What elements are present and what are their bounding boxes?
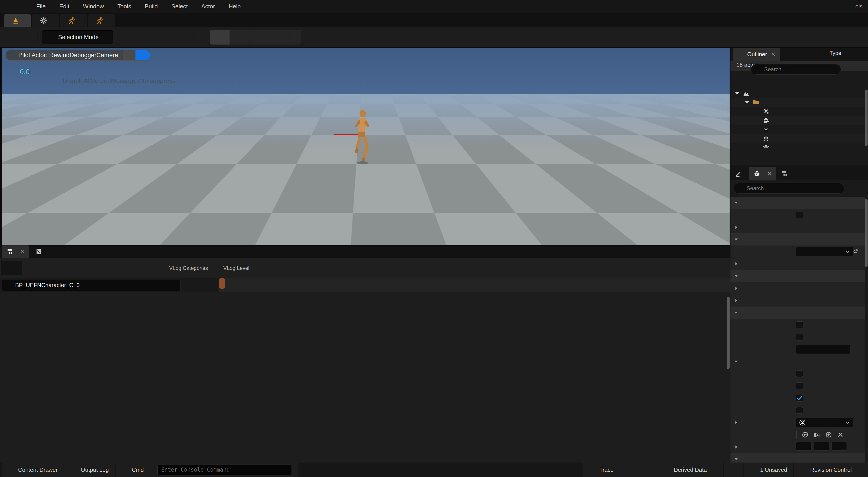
cmd-dropdown[interactable]: Cmd: [116, 463, 298, 477]
save-button[interactable]: [2, 30, 18, 44]
expander-icon[interactable]: [753, 144, 761, 151]
details-row[interactable]: [731, 258, 865, 270]
display-options-icon[interactable]: [848, 185, 856, 192]
frame-skip-button[interactable]: [230, 30, 249, 44]
step-forward-button[interactable]: [90, 262, 102, 274]
expander-icon[interactable]: [734, 274, 739, 279]
record-button[interactable]: [115, 262, 127, 274]
details-scrollbar[interactable]: [865, 199, 868, 267]
cinematics-button[interactable]: [171, 30, 196, 44]
dropdown[interactable]: [796, 247, 853, 256]
checkbox[interactable]: [796, 334, 803, 341]
play-button[interactable]: [78, 262, 90, 274]
outliner-scrollbar[interactable]: [865, 90, 868, 146]
timeline-ruler[interactable]: [219, 278, 731, 292]
outliner-settings-icon[interactable]: [858, 65, 866, 73]
vector3-input[interactable]: [796, 442, 849, 452]
expander-icon[interactable]: [734, 420, 739, 425]
selection-mode-dropdown[interactable]: Selection Mode: [42, 30, 113, 44]
outliner-row[interactable]: [731, 98, 868, 107]
chevron-down-icon[interactable]: [742, 67, 748, 72]
play-reverse-button[interactable]: [53, 262, 66, 274]
camera-view-toggle[interactable]: [135, 50, 150, 60]
expander-icon[interactable]: [734, 225, 739, 230]
expander-icon[interactable]: [734, 408, 739, 413]
details-row[interactable]: [731, 380, 865, 392]
autoeject-settings-button[interactable]: [133, 262, 146, 274]
level-viewport[interactable]: Pilot Actor: RewindDebuggerCamera 0.0 'D…: [2, 48, 730, 245]
expander-icon[interactable]: [734, 261, 739, 266]
expander-icon[interactable]: [734, 347, 739, 352]
pause-button[interactable]: [210, 30, 230, 44]
checkbox[interactable]: [796, 382, 803, 389]
record-settings-button[interactable]: [149, 262, 161, 274]
details-row[interactable]: [731, 392, 865, 405]
details-row[interactable]: [731, 441, 865, 453]
asset-tab[interactable]: [60, 14, 87, 27]
reset-to-default-icon[interactable]: [852, 249, 859, 255]
output-log-button[interactable]: Output Log: [64, 463, 115, 477]
details-row[interactable]: [731, 282, 865, 294]
trace-snapshot-icon[interactable]: [644, 466, 651, 473]
outliner-row[interactable]: [731, 134, 868, 143]
details-row[interactable]: [731, 343, 865, 356]
console-command-input[interactable]: [157, 465, 292, 475]
use-selected-icon[interactable]: [802, 431, 808, 438]
dropdown[interactable]: [796, 418, 853, 427]
browse-to-asset-icon[interactable]: [813, 431, 820, 438]
revision-control-dropdown[interactable]: Revision Control: [794, 463, 868, 477]
menu-item[interactable]: Window: [76, 3, 111, 10]
panel-tab[interactable]: ✕: [2, 245, 29, 258]
add-icon[interactable]: [825, 431, 832, 438]
checkbox[interactable]: [796, 407, 803, 414]
asset-tab[interactable]: [88, 14, 115, 27]
expander-icon[interactable]: [734, 322, 739, 327]
value-input[interactable]: [796, 345, 850, 354]
trace-dropdown[interactable]: Trace: [583, 463, 656, 477]
filter-icon[interactable]: [735, 66, 742, 73]
content-drawer-button[interactable]: Content Drawer: [2, 463, 64, 477]
outliner-row[interactable]: [731, 143, 868, 152]
details-row[interactable]: [731, 233, 865, 246]
expander-icon[interactable]: [734, 335, 739, 340]
outliner-row[interactable]: [731, 89, 868, 98]
details-row[interactable]: [731, 453, 865, 463]
add-actor-button[interactable]: [121, 30, 146, 44]
details-row[interactable]: [731, 355, 865, 368]
column-type[interactable]: Type: [827, 50, 841, 56]
playhead-handle[interactable]: [219, 278, 225, 289]
menu-item[interactable]: Build: [138, 3, 165, 10]
rewind-timeline[interactable]: [219, 292, 731, 463]
skip-to-end-button[interactable]: [102, 262, 115, 274]
close-icon[interactable]: ✕: [767, 170, 772, 177]
menu-item[interactable]: Actor: [194, 3, 222, 10]
details-row[interactable]: [731, 246, 865, 258]
checkbox[interactable]: [796, 370, 803, 377]
checkbox[interactable]: [796, 321, 803, 328]
expander-icon[interactable]: [734, 213, 739, 218]
checkbox[interactable]: [796, 395, 803, 402]
expander-icon[interactable]: [734, 457, 739, 462]
pause-button[interactable]: [66, 262, 78, 274]
details-row[interactable]: [731, 368, 865, 380]
details-tab[interactable]: ✕: [749, 167, 776, 181]
new-folder-icon[interactable]: [845, 65, 854, 73]
expander-icon[interactable]: [734, 371, 739, 376]
expander-icon[interactable]: [734, 200, 739, 205]
outliner-row[interactable]: [731, 125, 868, 134]
debug-target-dropdown[interactable]: BP_UEFNCharacter_C_0: [2, 280, 181, 291]
vlog-level-dropdown[interactable]: VLog Level: [223, 265, 257, 271]
expander-icon[interactable]: [734, 395, 739, 401]
vlog-categories-dropdown[interactable]: VLog Categories: [169, 265, 216, 271]
details-search[interactable]: Search: [733, 183, 844, 193]
details-row[interactable]: [731, 331, 865, 343]
details-row[interactable]: [731, 428, 865, 441]
panel-tab[interactable]: [31, 245, 49, 258]
details-row[interactable]: [731, 319, 865, 331]
expander-icon[interactable]: [734, 432, 739, 437]
character-mannequin[interactable]: [347, 108, 379, 165]
outliner-search[interactable]: Search...: [751, 64, 841, 74]
unsaved-button[interactable]: 1 Unsaved: [744, 463, 793, 477]
tab-outliner[interactable]: Outliner ✕: [733, 48, 780, 61]
eyedropper-icon[interactable]: [186, 281, 194, 289]
